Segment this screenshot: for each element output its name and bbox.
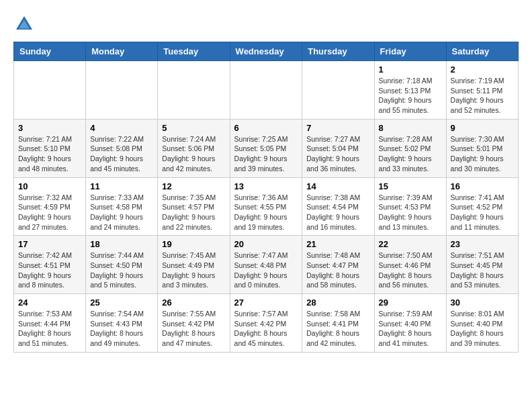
day-info: Sunrise: 7:38 AM Sunset: 4:54 PM Dayligh…	[306, 193, 369, 232]
day-info: Sunrise: 7:51 AM Sunset: 4:45 PM Dayligh…	[451, 250, 514, 290]
day-number: 9	[451, 123, 514, 133]
day-cell: 2Sunrise: 7:19 AM Sunset: 5:11 PM Daylig…	[446, 61, 518, 120]
day-cell: 23Sunrise: 7:51 AM Sunset: 4:45 PM Dayli…	[446, 236, 518, 294]
day-number: 23	[451, 239, 514, 249]
day-number: 4	[90, 123, 153, 133]
day-cell	[158, 61, 230, 120]
day-number: 6	[234, 123, 298, 133]
day-cell	[230, 61, 302, 120]
day-info: Sunrise: 7:41 AM Sunset: 4:52 PM Dayligh…	[451, 193, 514, 232]
column-header-thursday: Thursday	[302, 42, 374, 61]
day-number: 28	[306, 298, 369, 308]
day-number: 13	[234, 181, 298, 191]
day-info: Sunrise: 7:50 AM Sunset: 4:46 PM Dayligh…	[379, 250, 442, 290]
day-cell: 30Sunrise: 8:01 AM Sunset: 4:40 PM Dayli…	[446, 294, 518, 353]
day-number: 25	[90, 298, 153, 308]
day-cell: 8Sunrise: 7:28 AM Sunset: 5:02 PM Daylig…	[374, 119, 446, 177]
day-info: Sunrise: 7:19 AM Sunset: 5:11 PM Dayligh…	[451, 76, 514, 116]
calendar-header-row: SundayMondayTuesdayWednesdayThursdayFrid…	[14, 42, 519, 61]
day-cell: 12Sunrise: 7:35 AM Sunset: 4:57 PM Dayli…	[158, 177, 230, 236]
week-row-3: 10Sunrise: 7:32 AM Sunset: 4:59 PM Dayli…	[14, 177, 519, 236]
day-number: 5	[162, 123, 225, 133]
week-row-2: 3Sunrise: 7:21 AM Sunset: 5:10 PM Daylig…	[14, 119, 519, 177]
day-cell: 16Sunrise: 7:41 AM Sunset: 4:52 PM Dayli…	[446, 177, 518, 236]
day-number: 12	[162, 181, 225, 191]
day-cell: 27Sunrise: 7:57 AM Sunset: 4:42 PM Dayli…	[230, 294, 302, 353]
day-info: Sunrise: 7:28 AM Sunset: 5:02 PM Dayligh…	[379, 134, 442, 174]
day-number: 26	[162, 298, 225, 308]
column-header-monday: Monday	[86, 42, 158, 61]
day-cell: 7Sunrise: 7:27 AM Sunset: 5:04 PM Daylig…	[302, 119, 374, 177]
day-cell	[14, 61, 86, 120]
day-cell: 14Sunrise: 7:38 AM Sunset: 4:54 PM Dayli…	[302, 177, 374, 236]
day-number: 8	[379, 123, 442, 133]
day-cell: 3Sunrise: 7:21 AM Sunset: 5:10 PM Daylig…	[14, 119, 86, 177]
day-info: Sunrise: 7:33 AM Sunset: 4:58 PM Dayligh…	[90, 193, 153, 232]
day-info: Sunrise: 7:57 AM Sunset: 4:42 PM Dayligh…	[234, 309, 298, 349]
day-info: Sunrise: 7:25 AM Sunset: 5:05 PM Dayligh…	[234, 134, 298, 174]
day-number: 7	[306, 123, 369, 133]
day-info: Sunrise: 7:39 AM Sunset: 4:53 PM Dayligh…	[379, 193, 442, 232]
day-info: Sunrise: 7:30 AM Sunset: 5:01 PM Dayligh…	[451, 134, 514, 174]
day-cell: 6Sunrise: 7:25 AM Sunset: 5:05 PM Daylig…	[230, 119, 302, 177]
day-number: 30	[451, 298, 514, 308]
day-cell: 17Sunrise: 7:42 AM Sunset: 4:51 PM Dayli…	[14, 236, 86, 294]
day-info: Sunrise: 7:55 AM Sunset: 4:42 PM Dayligh…	[162, 309, 225, 349]
day-cell: 19Sunrise: 7:45 AM Sunset: 4:49 PM Dayli…	[158, 236, 230, 294]
day-cell: 10Sunrise: 7:32 AM Sunset: 4:59 PM Dayli…	[14, 177, 86, 236]
column-header-saturday: Saturday	[446, 42, 518, 61]
day-info: Sunrise: 7:59 AM Sunset: 4:40 PM Dayligh…	[379, 309, 442, 349]
day-number: 22	[379, 239, 442, 249]
week-row-5: 24Sunrise: 7:53 AM Sunset: 4:44 PM Dayli…	[14, 294, 519, 353]
day-cell	[86, 61, 158, 120]
day-number: 18	[90, 239, 153, 249]
day-number: 17	[18, 239, 81, 249]
day-info: Sunrise: 7:36 AM Sunset: 4:55 PM Dayligh…	[234, 193, 298, 232]
day-number: 20	[234, 239, 298, 249]
day-cell: 29Sunrise: 7:59 AM Sunset: 4:40 PM Dayli…	[374, 294, 446, 353]
calendar: SundayMondayTuesdayWednesdayThursdayFrid…	[13, 42, 519, 353]
day-cell: 9Sunrise: 7:30 AM Sunset: 5:01 PM Daylig…	[446, 119, 518, 177]
page-header	[13, 13, 519, 35]
column-header-sunday: Sunday	[14, 42, 86, 61]
day-number: 16	[451, 181, 514, 191]
day-info: Sunrise: 7:58 AM Sunset: 4:41 PM Dayligh…	[306, 309, 369, 349]
day-info: Sunrise: 7:45 AM Sunset: 4:49 PM Dayligh…	[162, 250, 225, 290]
day-number: 15	[379, 181, 442, 191]
column-header-wednesday: Wednesday	[230, 42, 302, 61]
day-cell: 24Sunrise: 7:53 AM Sunset: 4:44 PM Dayli…	[14, 294, 86, 353]
day-number: 24	[18, 298, 81, 308]
day-info: Sunrise: 7:24 AM Sunset: 5:06 PM Dayligh…	[162, 134, 225, 174]
day-info: Sunrise: 7:21 AM Sunset: 5:10 PM Dayligh…	[18, 134, 81, 174]
week-row-1: 1Sunrise: 7:18 AM Sunset: 5:13 PM Daylig…	[14, 61, 519, 120]
day-cell: 21Sunrise: 7:48 AM Sunset: 4:47 PM Dayli…	[302, 236, 374, 294]
day-number: 27	[234, 298, 298, 308]
day-cell: 5Sunrise: 7:24 AM Sunset: 5:06 PM Daylig…	[158, 119, 230, 177]
day-cell: 28Sunrise: 7:58 AM Sunset: 4:41 PM Dayli…	[302, 294, 374, 353]
day-cell	[302, 61, 374, 120]
day-info: Sunrise: 8:01 AM Sunset: 4:40 PM Dayligh…	[451, 309, 514, 349]
day-info: Sunrise: 7:47 AM Sunset: 4:48 PM Dayligh…	[234, 250, 298, 290]
day-cell: 18Sunrise: 7:44 AM Sunset: 4:50 PM Dayli…	[86, 236, 158, 294]
logo-icon	[13, 13, 35, 35]
day-cell: 4Sunrise: 7:22 AM Sunset: 5:08 PM Daylig…	[86, 119, 158, 177]
logo	[13, 13, 39, 35]
column-header-tuesday: Tuesday	[158, 42, 230, 61]
day-info: Sunrise: 7:27 AM Sunset: 5:04 PM Dayligh…	[306, 134, 369, 174]
column-header-friday: Friday	[374, 42, 446, 61]
week-row-4: 17Sunrise: 7:42 AM Sunset: 4:51 PM Dayli…	[14, 236, 519, 294]
day-cell: 11Sunrise: 7:33 AM Sunset: 4:58 PM Dayli…	[86, 177, 158, 236]
day-cell: 1Sunrise: 7:18 AM Sunset: 5:13 PM Daylig…	[374, 61, 446, 120]
day-info: Sunrise: 7:32 AM Sunset: 4:59 PM Dayligh…	[18, 193, 81, 232]
day-cell: 22Sunrise: 7:50 AM Sunset: 4:46 PM Dayli…	[374, 236, 446, 294]
day-cell: 13Sunrise: 7:36 AM Sunset: 4:55 PM Dayli…	[230, 177, 302, 236]
day-info: Sunrise: 7:53 AM Sunset: 4:44 PM Dayligh…	[18, 309, 81, 349]
day-cell: 25Sunrise: 7:54 AM Sunset: 4:43 PM Dayli…	[86, 294, 158, 353]
day-info: Sunrise: 7:54 AM Sunset: 4:43 PM Dayligh…	[90, 309, 153, 349]
day-info: Sunrise: 7:22 AM Sunset: 5:08 PM Dayligh…	[90, 134, 153, 174]
day-number: 14	[306, 181, 369, 191]
day-info: Sunrise: 7:18 AM Sunset: 5:13 PM Dayligh…	[379, 76, 442, 116]
day-number: 11	[90, 181, 153, 191]
day-info: Sunrise: 7:48 AM Sunset: 4:47 PM Dayligh…	[306, 250, 369, 290]
day-cell: 20Sunrise: 7:47 AM Sunset: 4:48 PM Dayli…	[230, 236, 302, 294]
